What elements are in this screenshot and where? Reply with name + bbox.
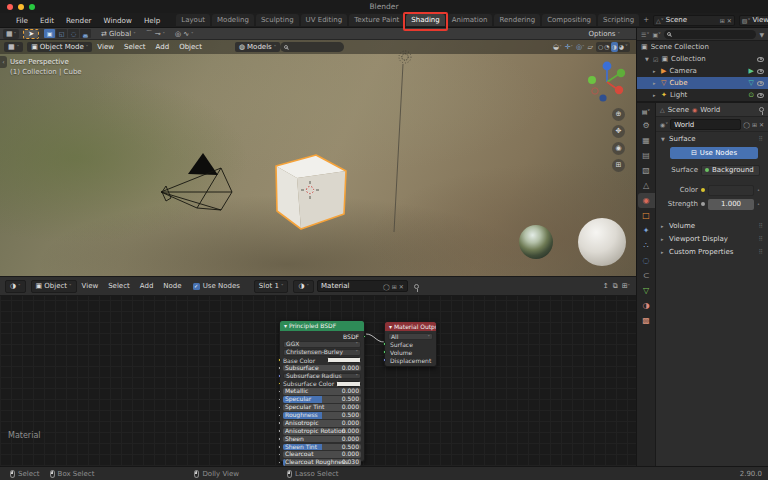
unlink-scene-icon[interactable]: ✕: [727, 17, 732, 24]
orientation-label[interactable]: Global: [109, 30, 131, 38]
asset-repository-button[interactable]: ◍Models˅: [235, 42, 280, 52]
view-layer-selector[interactable]: ▧˅ View Layer ⊞ ✕: [739, 15, 768, 26]
shader-menu-node[interactable]: Node: [158, 282, 186, 290]
properties-tab-constraints[interactable]: ⊂: [638, 268, 655, 283]
distribution-dropdown[interactable]: GGX˅: [283, 341, 361, 348]
new-scene-icon[interactable]: ⊞: [720, 17, 725, 24]
tab-uv-editing[interactable]: UV Editing: [301, 14, 348, 26]
shading-wireframe-icon[interactable]: ○: [598, 42, 603, 52]
principled-bsdf-node[interactable]: ▾ Principled BSDF BSDF GGX˅ Christensen-…: [279, 320, 365, 462]
shading-rendered-icon[interactable]: ◕: [619, 42, 624, 52]
outliner-item-label[interactable]: Collection: [671, 55, 754, 63]
select-mode-circle[interactable]: ◌: [68, 29, 79, 38]
proportional-edit-controls[interactable]: ◎ ∿˅: [175, 30, 193, 38]
properties-tab-output[interactable]: ▤: [638, 148, 655, 163]
mode-label[interactable]: Object Mode: [40, 43, 84, 51]
surface-shader-button[interactable]: Background: [701, 165, 760, 176]
properties-pin-icon[interactable]: [759, 107, 764, 112]
xray-toggle[interactable]: ▱: [588, 43, 593, 51]
tab-shading[interactable]: Shading: [406, 14, 444, 26]
use-nodes-button[interactable]: ⊟ Use Nodes: [670, 147, 758, 159]
properties-tab-material[interactable]: ◑: [638, 298, 655, 313]
cube-object[interactable]: [276, 155, 346, 229]
falloff-icon[interactable]: ∿: [183, 30, 189, 38]
options-button[interactable]: Options˅: [588, 30, 620, 38]
menu-help[interactable]: Help: [138, 16, 166, 25]
select-mode-tweak[interactable]: ▣: [44, 29, 55, 38]
outliner-row-camera[interactable]: ▸▶Camera▶: [637, 65, 768, 77]
disclosure-icon[interactable]: ▼: [645, 56, 650, 62]
world-browse-icon[interactable]: ◉˅: [660, 121, 668, 128]
viewport-menu-select[interactable]: Select: [119, 43, 151, 51]
ortho-toggle-button[interactable]: ⊞: [612, 159, 625, 172]
mode-selector[interactable]: ▣Object Mode˅: [27, 42, 92, 52]
copy-material-icon[interactable]: ⊞: [392, 283, 397, 290]
properties-tab-texture[interactable]: ▩: [638, 313, 655, 328]
proportional-edit-icon[interactable]: ◎: [175, 30, 181, 38]
gray-input-socket[interactable]: [278, 414, 282, 418]
gray-input-socket[interactable]: [278, 366, 282, 370]
bsdf-row-slider[interactable]: Specular0.500: [283, 396, 361, 403]
gray-input-socket[interactable]: [278, 453, 282, 457]
material-output-node[interactable]: ▾ Material Output All˅ SurfaceVolumeDisp…: [384, 321, 437, 367]
gray-input-socket[interactable]: [278, 461, 282, 465]
yellow-input-socket[interactable]: [278, 382, 282, 386]
gray-input-socket[interactable]: [278, 445, 282, 449]
disclosure-icon[interactable]: ▸: [653, 80, 658, 86]
world-name-field[interactable]: World: [670, 119, 741, 130]
properties-tab-object-data[interactable]: ▽: [638, 283, 655, 298]
gray-input-socket[interactable]: [278, 421, 282, 425]
properties-tab-particles[interactable]: ∴: [638, 238, 655, 253]
node-grid-dropdown[interactable]: ⊞˅: [622, 282, 630, 290]
unlink-material-icon[interactable]: ✕: [399, 283, 404, 290]
properties-editor-type-button[interactable]: ▤˅: [638, 105, 655, 118]
principled-node-header[interactable]: ▾ Principled BSDF: [280, 321, 364, 331]
hide-in-viewport-icon[interactable]: [757, 57, 764, 62]
shader-menu-select[interactable]: Select: [103, 282, 135, 290]
shader-menu-add[interactable]: Add: [135, 282, 159, 290]
bsdf-row-slider[interactable]: Clearcoat Roughness0.030: [283, 459, 361, 466]
outliner-row-cube[interactable]: ▸▽Cube▽: [637, 77, 768, 89]
shading-solid-icon[interactable]: ◔: [604, 42, 609, 52]
view-layer-name[interactable]: View Layer: [752, 16, 768, 24]
tab-rendering[interactable]: Rendering: [494, 14, 540, 26]
outliner-row-root[interactable]: ▣Scene Collection: [637, 41, 768, 53]
shader-input-socket[interactable]: [383, 350, 387, 354]
shader-node-canvas[interactable]: ▾ Principled BSDF BSDF GGX˅ Christensen-…: [0, 296, 636, 466]
menu-render[interactable]: Render: [60, 16, 98, 25]
menu-window[interactable]: Window: [98, 16, 138, 25]
gray-input-socket[interactable]: [278, 437, 282, 441]
strength-animate-dot[interactable]: •: [757, 201, 760, 207]
breadcrumb-world[interactable]: World: [700, 106, 720, 114]
color-swatch[interactable]: [327, 357, 361, 363]
color-swatch[interactable]: [336, 381, 361, 387]
outliner-item-label[interactable]: Cube: [669, 79, 745, 87]
bsdf-row-slider[interactable]: Roughness0.500: [283, 412, 361, 419]
breadcrumb-scene[interactable]: Scene: [668, 106, 689, 114]
shader-type-selector[interactable]: ▣Object˅: [31, 280, 77, 293]
shading-material-preview-icon[interactable]: ◑: [611, 42, 618, 52]
panel-viewport-display[interactable]: ▸Viewport Display⠿: [656, 232, 768, 245]
snap-node-icon[interactable]: ⧉: [613, 282, 618, 290]
scene-selector[interactable]: △˅ Scene ⊞ ✕: [653, 15, 735, 26]
properties-tab-scene[interactable]: △: [638, 178, 655, 193]
color-swatch[interactable]: [708, 185, 754, 196]
menu-file[interactable]: File: [10, 16, 34, 25]
pan-view-button[interactable]: ✥: [612, 125, 625, 138]
toolbar-toggle[interactable]: ‹: [0, 56, 7, 68]
camera-view-button[interactable]: ◉: [612, 142, 625, 155]
hide-in-viewport-icon[interactable]: [757, 69, 764, 74]
bsdf-row-slider[interactable]: Sheen0.000: [283, 436, 361, 443]
select-mode-lasso[interactable]: ◛: [80, 29, 91, 38]
gray-input-socket[interactable]: [278, 398, 282, 402]
tab-compositing[interactable]: Compositing: [542, 14, 596, 26]
select-mode-box[interactable]: ◱: [56, 29, 67, 38]
material-browse-button[interactable]: ◑˅: [293, 280, 314, 293]
material-name[interactable]: Material: [321, 282, 381, 290]
bsdf-row-slider[interactable]: Clearcoat0.000: [283, 451, 361, 458]
bsdf-row-dropdown[interactable]: Subsurface Radius˅: [283, 373, 361, 380]
add-workspace-button[interactable]: +: [639, 15, 653, 25]
yellow-input-socket[interactable]: [278, 358, 282, 362]
properties-tab-object[interactable]: □: [638, 208, 655, 223]
magnet-icon[interactable]: ⌒: [146, 29, 153, 39]
